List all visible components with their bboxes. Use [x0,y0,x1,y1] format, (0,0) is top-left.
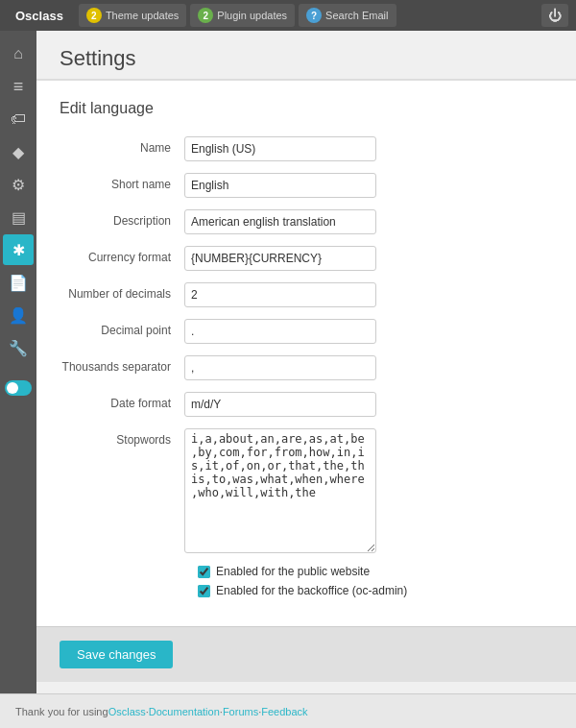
file-icon: 📄 [9,274,28,292]
search-email-label: Search Email [325,10,388,21]
footer-osclass-link[interactable]: Osclass [108,706,146,717]
toggle-icon [5,380,32,396]
page-title: Settings [60,46,553,71]
theme-updates-label: Theme updates [106,10,179,21]
thousands-separator-row: Thousands separator [60,355,553,380]
navbar: Osclass 2 Theme updates 2 Plugin updates… [0,0,576,31]
plugin-updates-badge: 2 [198,8,213,23]
checkbox-backoffice-label: Enabled for the backoffice (oc-admin) [216,584,407,597]
name-label: Name [60,136,184,155]
theme-updates-badge: 2 [86,8,102,23]
checkbox-public[interactable] [198,566,210,578]
save-button[interactable]: Save changes [60,641,173,668]
footer-documentation-link[interactable]: Documentation [149,706,220,717]
stopwords-row: Stopwords i,a,about,an,are,as,at,be,by,c… [60,428,553,553]
checkbox-backoffice-row: Enabled for the backoffice (oc-admin) [198,584,553,597]
date-format-input[interactable] [184,392,376,417]
currency-format-row: Currency format [60,246,553,271]
footer-feedback-link[interactable]: Feedback [261,706,307,717]
footer-text: Thank you for using [15,706,108,717]
currency-format-label: Currency format [60,246,184,264]
sidebar-item-wrench[interactable]: ⚙ [3,169,34,200]
sidebar-item-user[interactable]: 👤 [3,300,34,330]
description-label: Description [60,209,184,228]
tag-icon: 🏷 [11,110,26,128]
section-title: Edit language [60,100,553,117]
decimal-point-row: Decimal point [60,319,553,344]
sidebar-item-file[interactable]: 📄 [3,267,34,298]
sidebar-item-diamond[interactable]: ◆ [3,136,34,167]
stopwords-label: Stopwords [60,428,184,447]
tools-icon: 🔧 [9,339,28,357]
sidebar-item-home[interactable] [3,38,34,69]
theme-updates-button[interactable]: 2 Theme updates [79,4,186,27]
sidebar-item-tools[interactable]: 🔧 [3,332,34,363]
stopwords-textarea[interactable]: i,a,about,an,are,as,at,be,by,com,for,fro… [184,428,376,553]
date-format-label: Date format [60,392,184,410]
diamond-icon: ◆ [12,143,24,161]
description-input[interactable] [184,209,376,234]
thousands-separator-label: Thousands separator [60,355,184,374]
sidebar-item-bar[interactable]: ▤ [3,202,34,232]
short-name-input[interactable] [184,173,376,198]
description-row: Description [60,209,553,234]
thousands-separator-input[interactable] [184,355,376,380]
checkbox-public-row: Enabled for the public website [198,565,553,578]
checkbox-public-label: Enabled for the public website [216,565,370,578]
user-icon: 👤 [9,306,28,325]
search-email-badge: ? [306,8,322,23]
page-header: Settings [36,31,576,80]
short-name-row: Short name [60,173,553,198]
search-email-button[interactable]: ? Search Email [299,4,396,27]
layout: 🏷 ◆ ⚙ ▤ ✱ 📄 👤 🔧 Settings [0,31,576,693]
currency-format-input[interactable] [184,246,376,271]
plugin-updates-label: Plugin updates [217,10,287,21]
short-name-label: Short name [60,173,184,191]
date-format-row: Date format [60,392,553,417]
save-area: Save changes [36,626,576,682]
checkbox-backoffice[interactable] [198,585,210,597]
bar-chart-icon: ▤ [12,208,26,227]
brand: Osclass [8,9,71,23]
list-icon [13,77,24,97]
wrench-icon: ⚙ [12,176,25,194]
number-of-decimals-input[interactable] [184,282,376,307]
sidebar-item-tag[interactable]: 🏷 [3,104,34,134]
sidebar-item-list[interactable] [3,71,34,102]
content-area: Edit language Name Short name Descriptio… [36,80,576,626]
number-of-decimals-label: Number of decimals [60,282,184,301]
home-icon [13,45,23,62]
name-row: Name [60,136,553,161]
sidebar: 🏷 ◆ ⚙ ▤ ✱ 📄 👤 🔧 [0,31,36,693]
main-content: Settings Edit language Name Short name D… [36,31,576,693]
power-icon: ⏻ [548,8,562,23]
sidebar-item-toggle[interactable] [3,373,34,403]
name-input[interactable] [184,136,376,161]
decimal-point-label: Decimal point [60,319,184,337]
decimal-point-input[interactable] [184,319,376,344]
sidebar-item-gear[interactable]: ✱ [3,234,34,265]
footer: Thank you for using Osclass · Documentat… [0,693,576,728]
power-button[interactable]: ⏻ [541,4,568,27]
gear-icon: ✱ [12,241,25,259]
plugin-updates-button[interactable]: 2 Plugin updates [190,4,295,27]
footer-forums-link[interactable]: Forums [223,706,258,717]
number-of-decimals-row: Number of decimals [60,282,553,307]
